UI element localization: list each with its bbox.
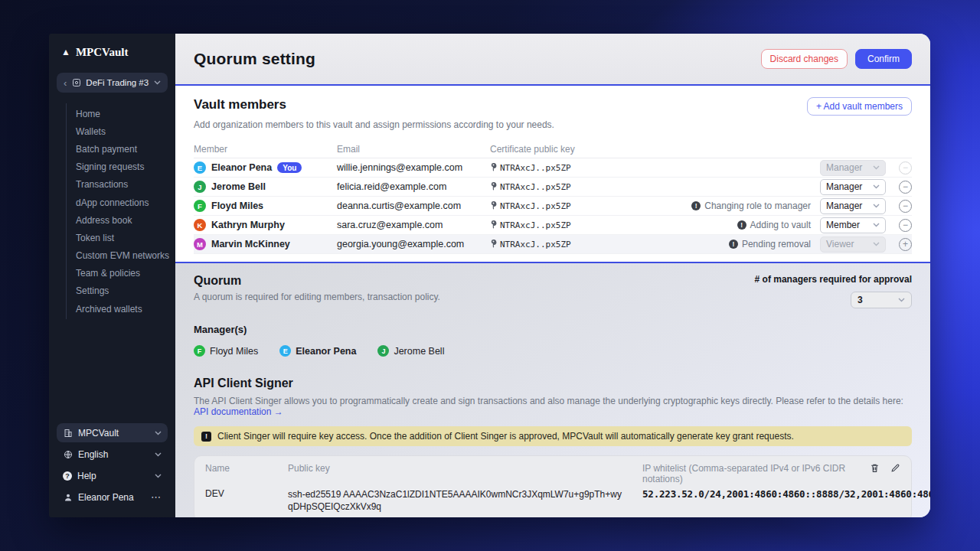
chevron-down-icon bbox=[873, 242, 880, 246]
chevron-down-icon bbox=[873, 204, 880, 208]
member-avatar: M bbox=[194, 238, 206, 250]
key-icon bbox=[490, 240, 497, 249]
member-avatar: F bbox=[194, 200, 206, 212]
chevron-down-icon bbox=[873, 184, 880, 189]
role-value: Member bbox=[826, 220, 873, 230]
vault-members-section: Vault members + Add vault members Add or… bbox=[175, 86, 930, 263]
member-row: F Floyd Miles deanna.curtis@example.com … bbox=[194, 197, 912, 216]
app-logo-text: MPCVault bbox=[76, 46, 129, 59]
sidebar-item-team-policies[interactable]: Team & policies bbox=[76, 265, 175, 282]
add-vault-members-button[interactable]: + Add vault members bbox=[807, 97, 912, 116]
main-panel: Quorum setting Discard changes Confirm V… bbox=[175, 34, 930, 517]
role-select[interactable]: Member bbox=[820, 217, 886, 233]
member-email: felicia.reid@example.com bbox=[337, 181, 490, 192]
sidebar-item-org[interactable]: MPCVault bbox=[57, 423, 168, 442]
member-email: willie.jennings@example.com bbox=[337, 162, 490, 173]
lower-section: Quorum A quorum is required for editing … bbox=[175, 263, 930, 517]
you-badge: You bbox=[277, 162, 302, 173]
sidebar-nav: HomeWalletsBatch paymentSigning requests… bbox=[66, 103, 175, 319]
member-row: K Kathryn Murphy sara.cruz@example.com N… bbox=[194, 216, 912, 235]
api-name-header: Name bbox=[205, 463, 282, 484]
sidebar-item-address-book[interactable]: Address book bbox=[76, 211, 175, 229]
api-signer-description: The API Client Singer allows you to prog… bbox=[194, 396, 903, 406]
chevron-down-icon bbox=[898, 298, 905, 302]
member-status: ! Pending removal bbox=[678, 239, 820, 249]
sidebar-item-settings[interactable]: Settings bbox=[76, 282, 175, 300]
help-icon: ? bbox=[63, 471, 72, 481]
sidebar-item-wallets[interactable]: Wallets bbox=[76, 122, 175, 140]
role-value: Manager bbox=[826, 162, 873, 173]
sidebar-item-help[interactable]: ? Help bbox=[57, 466, 168, 485]
organization-icon bbox=[63, 428, 73, 438]
app-logo: ▲ MPCVault bbox=[49, 34, 175, 67]
remove-member-button[interactable]: − bbox=[899, 161, 912, 174]
sidebar-item-user[interactable]: Eleanor Pena ⋯ bbox=[57, 487, 168, 507]
api-documentation-link[interactable]: API documentation → bbox=[194, 406, 283, 417]
managers-list: FFloyd MilesEEleanor PenaJJerome Bell bbox=[194, 345, 912, 357]
sidebar-item-signing-requests[interactable]: Signing requests bbox=[76, 158, 175, 176]
manager-chip: EEleanor Pena bbox=[279, 345, 356, 357]
manager-avatar: F bbox=[194, 345, 205, 357]
sidebar-item-token-list[interactable]: Token list bbox=[76, 229, 175, 246]
column-certificate: Certificate public key bbox=[490, 144, 678, 155]
sidebar-item-transactions[interactable]: Transactions bbox=[76, 176, 175, 194]
chevron-down-icon bbox=[873, 165, 880, 170]
info-square-icon: ! bbox=[201, 432, 211, 442]
user-name-label: Eleanor Pena bbox=[78, 492, 145, 503]
member-avatar: E bbox=[194, 161, 206, 174]
role-select[interactable]: Manager bbox=[820, 198, 886, 214]
sidebar-item-home[interactable]: Home bbox=[76, 105, 175, 122]
sidebar-item-language[interactable]: English bbox=[57, 445, 168, 464]
member-email: georgia.young@example.com bbox=[337, 239, 490, 249]
api-signer-card: Name Public key IP whitelist (Comma-sepa… bbox=[194, 455, 912, 517]
edit-icon[interactable] bbox=[890, 463, 900, 484]
quorum-description: A quorum is required for editing members… bbox=[194, 292, 440, 302]
globe-icon bbox=[63, 449, 73, 459]
approval-count-value: 3 bbox=[858, 295, 898, 305]
sidebar-item-custom-evm-networks[interactable]: Custom EVM networks bbox=[76, 247, 175, 265]
role-select[interactable]: Manager bbox=[820, 179, 886, 195]
key-access-warning-banner: ! Client Singer will require key access.… bbox=[194, 426, 912, 446]
chevron-down-icon bbox=[154, 80, 161, 85]
status-text: Pending removal bbox=[742, 239, 811, 249]
sidebar-item-archived-wallets[interactable]: Archived wallets bbox=[76, 300, 175, 318]
approval-count-select[interactable]: 3 bbox=[851, 292, 912, 308]
key-icon bbox=[490, 220, 497, 230]
chevron-down-icon bbox=[873, 223, 880, 227]
info-icon: ! bbox=[729, 240, 738, 249]
sidebar-item-batch-payment[interactable]: Batch payment bbox=[76, 140, 175, 158]
column-email: Email bbox=[337, 144, 490, 155]
member-email: sara.cruz@example.com bbox=[337, 220, 490, 230]
sidebar-footer: MPCVault English ? Help bbox=[49, 417, 175, 517]
page-title: Quorum setting bbox=[194, 50, 315, 68]
remove-member-button[interactable]: − bbox=[899, 181, 912, 194]
status-text: Adding to vault bbox=[750, 220, 811, 230]
key-icon bbox=[490, 163, 497, 172]
remove-member-button[interactable]: − bbox=[899, 219, 912, 232]
chevron-down-icon bbox=[155, 474, 162, 478]
manager-chip: FFloyd Miles bbox=[194, 345, 258, 357]
confirm-button[interactable]: Confirm bbox=[855, 49, 912, 69]
member-name: Kathryn Murphy bbox=[211, 220, 285, 230]
role-select[interactable]: Manager bbox=[820, 160, 886, 176]
certificate-public-key: NTRAxcJ..px5ZP bbox=[500, 182, 571, 192]
sidebar-item-dapp-connections[interactable]: dApp connections bbox=[76, 194, 175, 211]
status-text: Changing role to manager bbox=[704, 201, 811, 211]
remove-member-button[interactable]: − bbox=[899, 200, 912, 213]
back-chevron-icon[interactable]: ‹ bbox=[64, 78, 67, 88]
team-selector[interactable]: ‹ DeFi Trading #3 bbox=[57, 73, 168, 93]
delete-icon[interactable] bbox=[870, 463, 880, 484]
sidebar: ▲ MPCVault ‹ DeFi Trading #3 HomeWallets… bbox=[49, 34, 175, 517]
certificate-public-key: NTRAxcJ..px5ZP bbox=[500, 240, 571, 249]
manager-name: Jerome Bell bbox=[394, 346, 444, 357]
discard-changes-button[interactable]: Discard changes bbox=[761, 49, 848, 69]
add-member-button[interactable]: + bbox=[899, 238, 912, 251]
column-member: Member bbox=[194, 144, 337, 155]
role-select[interactable]: Viewer bbox=[820, 236, 886, 253]
member-name: Floyd Miles bbox=[211, 201, 263, 211]
approval-count-label: # of managers required for approval bbox=[755, 274, 912, 285]
more-menu-icon[interactable]: ⋯ bbox=[151, 491, 162, 503]
member-row: E Eleanor Pena You willie.jennings@examp… bbox=[194, 158, 912, 178]
api-client-signer-section: API Client Signer The API Client Singer … bbox=[194, 377, 912, 517]
manager-name: Eleanor Pena bbox=[296, 346, 356, 357]
